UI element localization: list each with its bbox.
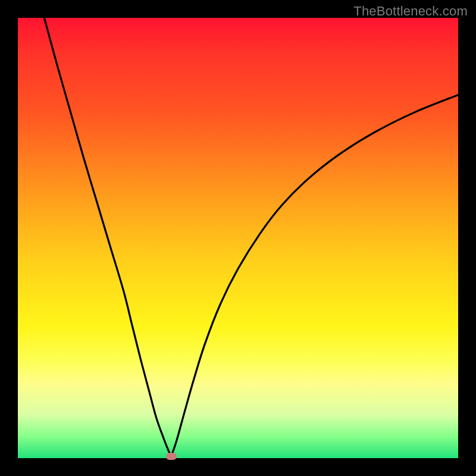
bottleneck-curve	[18, 18, 458, 458]
plot-area	[18, 18, 458, 458]
attribution-text: TheBottleneck.com	[353, 4, 468, 19]
min-marker	[166, 453, 177, 460]
chart-frame: TheBottleneck.com	[0, 0, 476, 476]
curve-right-branch	[171, 95, 458, 457]
curve-left-branch	[44, 18, 171, 456]
